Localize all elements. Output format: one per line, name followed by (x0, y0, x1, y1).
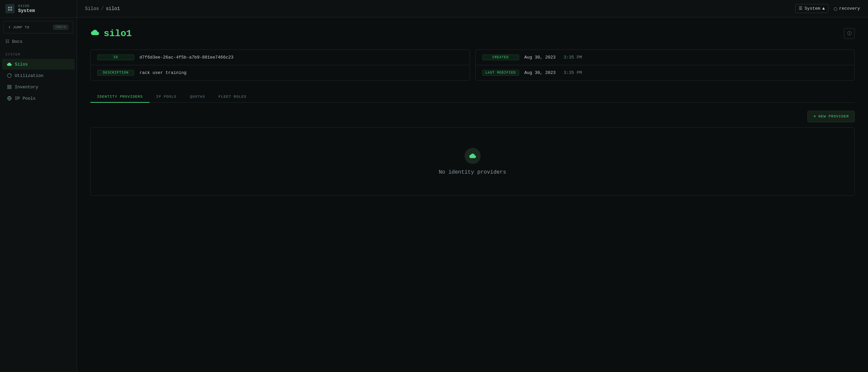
meta-created-label: CREATED (482, 55, 519, 60)
oxide-logo-icon (5, 4, 15, 13)
meta-row: ID d7f6d3ee-26ac-4f5b-a7b9-881ee7466c23 … (90, 50, 855, 81)
jump-to-button[interactable]: ⬆ JUMP TO CMD+K (3, 21, 73, 33)
jump-to-shortcut: CMD+K (53, 25, 68, 30)
sidebar-item-inventory[interactable]: Inventory (2, 82, 74, 92)
meta-id-row: ID d7f6d3ee-26ac-4f5b-a7b9-881ee7466c23 (91, 50, 470, 65)
new-provider-button[interactable]: + NEW PROVIDER (807, 111, 855, 122)
silos-icon (7, 62, 12, 67)
page-title: silo1 (90, 28, 132, 39)
svg-rect-6 (10, 85, 11, 87)
meta-modified-date: Aug 30, 2023 (525, 70, 556, 75)
svg-rect-5 (8, 85, 9, 87)
sidebar-logo: OXIDE System (0, 0, 76, 18)
actions-bar: + NEW PROVIDER (90, 111, 855, 122)
system-switcher[interactable]: ☰ System ▲ (795, 4, 829, 13)
meta-created-date: Aug 30, 2023 (525, 55, 556, 60)
tab-quotas[interactable]: QUOTAS (183, 91, 212, 103)
breadcrumb-parent[interactable]: Silos (85, 6, 99, 11)
user-menu[interactable]: ◯ recovery (834, 5, 860, 12)
system-switcher-label: System (804, 6, 820, 11)
topbar: Silos / silo1 ☰ System ▲ ◯ recovery (77, 0, 868, 18)
page-title-text: silo1 (104, 28, 132, 39)
sidebar-item-ip-pools[interactable]: IP Pools (2, 93, 74, 104)
sidebar-item-ip-pools-label: IP Pools (15, 96, 35, 101)
main-area: Silos / silo1 ☰ System ▲ ◯ recovery (77, 0, 868, 372)
svg-rect-1 (10, 7, 12, 8)
sidebar-item-utilization-label: Utilization (15, 73, 43, 78)
sidebar-logo-text: OXIDE System (18, 4, 35, 13)
meta-id-value: d7f6d3ee-26ac-4f5b-a7b9-881ee7466c23 (140, 55, 234, 60)
sidebar-item-utilization[interactable]: Utilization (2, 70, 74, 81)
sidebar: OXIDE System ⬆ JUMP TO CMD+K ☷ Docs SYST… (0, 0, 77, 372)
utilization-icon (7, 73, 12, 78)
meta-description-value: rack user training (140, 70, 186, 75)
sidebar-docs-label: Docs (12, 39, 23, 44)
ip-pools-icon (7, 96, 12, 101)
empty-cloud-icon (469, 153, 477, 159)
meta-created-row: CREATED Aug 30, 2023 3:35 PM (476, 50, 855, 65)
logo-title: System (18, 8, 35, 13)
breadcrumb-separator: / (101, 6, 104, 11)
user-avatar-icon: ◯ (834, 5, 837, 12)
sidebar-section-label: SYSTEM (0, 48, 76, 59)
new-provider-label: NEW PROVIDER (818, 115, 849, 118)
sidebar-item-silos[interactable]: Silos (2, 59, 74, 70)
sidebar-item-inventory-label: Inventory (15, 85, 38, 90)
svg-rect-3 (10, 9, 12, 11)
info-button[interactable]: ⓘ (844, 28, 855, 39)
empty-state: No identity providers (90, 127, 855, 196)
meta-modified-label: LAST MODIFIED (482, 70, 519, 75)
oxide-logo-svg (7, 6, 13, 11)
meta-card-right: CREATED Aug 30, 2023 3:35 PM LAST MODIFI… (475, 50, 855, 81)
empty-state-text: No identity providers (439, 169, 506, 175)
new-provider-plus-icon: + (813, 114, 816, 119)
empty-state-icon (465, 148, 480, 164)
system-switcher-chevron-icon: ▲ (822, 6, 825, 11)
breadcrumb: Silos / silo1 (85, 6, 120, 11)
info-icon: ⓘ (847, 30, 851, 36)
jump-icon: ⬆ (8, 25, 11, 29)
meta-modified-row: LAST MODIFIED Aug 30, 2023 3:35 PM (476, 65, 855, 80)
page-title-cloud-icon (90, 28, 100, 39)
meta-card-left: ID d7f6d3ee-26ac-4f5b-a7b9-881ee7466c23 … (90, 50, 470, 81)
logo-brand: OXIDE (18, 4, 35, 8)
docs-icon: ☷ (5, 39, 9, 44)
page-header: silo1 ⓘ (90, 28, 855, 39)
tab-fleet-roles[interactable]: FLEET ROLES (212, 91, 253, 103)
tab-ip-pools[interactable]: IP POOLS (150, 91, 183, 103)
meta-modified-time: 3:35 PM (564, 70, 582, 75)
svg-rect-2 (8, 9, 10, 11)
meta-id-label: ID (97, 55, 134, 60)
sidebar-item-silos-label: Silos (15, 62, 28, 67)
meta-description-row: DESCRIPTION rack user training (91, 65, 470, 80)
svg-rect-8 (10, 87, 11, 89)
topbar-right: ☰ System ▲ ◯ recovery (795, 4, 860, 13)
jump-to-label: JUMP TO (13, 25, 29, 29)
svg-rect-0 (8, 7, 10, 8)
sidebar-docs-link[interactable]: ☷ Docs (0, 36, 76, 47)
tab-identity-providers[interactable]: IDENTITY PROVIDERS (90, 91, 150, 103)
meta-description-label: DESCRIPTION (97, 70, 134, 75)
breadcrumb-current: silo1 (106, 6, 120, 11)
svg-rect-7 (8, 87, 9, 89)
user-name: recovery (839, 6, 860, 11)
tabs-bar: IDENTITY PROVIDERS IP POOLS QUOTAS FLEET… (90, 91, 855, 103)
system-switcher-lines-icon: ☰ (799, 6, 802, 11)
page-content: silo1 ⓘ ID d7f6d3ee-26ac-4f5b-a7b9-881ee… (77, 18, 868, 372)
meta-created-time: 3:35 PM (564, 55, 582, 60)
page-title-row: silo1 (90, 28, 132, 39)
inventory-icon (7, 84, 12, 90)
